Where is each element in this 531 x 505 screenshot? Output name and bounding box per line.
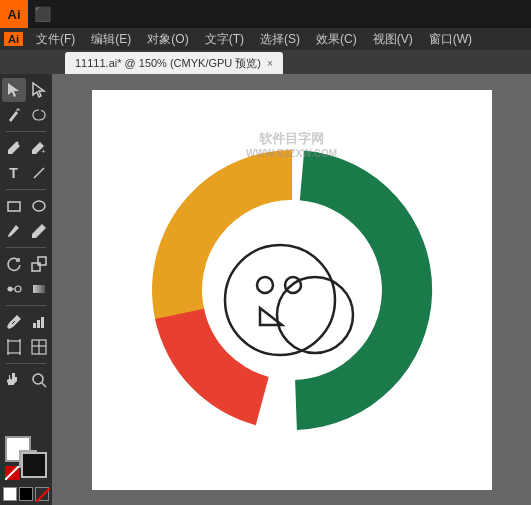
svg-rect-10 bbox=[38, 257, 46, 265]
svg-point-27 bbox=[33, 374, 43, 384]
tool-row-1 bbox=[0, 78, 52, 102]
tool-row-2 bbox=[0, 103, 52, 127]
menu-bar: Ai 文件(F) 编辑(E) 对象(O) 文字(T) 选择(S) 效果(C) 视… bbox=[0, 28, 531, 50]
tool-row-7 bbox=[0, 252, 52, 276]
tool-row-6 bbox=[0, 219, 52, 243]
svg-marker-0 bbox=[8, 83, 19, 97]
separator-3 bbox=[6, 247, 46, 248]
menu-object[interactable]: 对象(O) bbox=[140, 28, 195, 50]
tool-row-5 bbox=[0, 194, 52, 218]
donut-chart-svg bbox=[132, 130, 452, 450]
svg-rect-16 bbox=[33, 323, 36, 328]
none-swatch[interactable] bbox=[35, 487, 49, 501]
stroke-color-box[interactable] bbox=[21, 452, 47, 478]
svg-point-12 bbox=[15, 286, 21, 292]
separator-1 bbox=[6, 131, 46, 132]
svg-rect-9 bbox=[32, 263, 40, 271]
svg-marker-1 bbox=[33, 83, 44, 97]
rectangle-tool[interactable] bbox=[2, 194, 26, 218]
ai-logo-small: Ai bbox=[4, 32, 23, 46]
title-bar: Ai ⬛ bbox=[0, 0, 531, 28]
lasso-tool[interactable] bbox=[27, 103, 51, 127]
magic-wand-tool[interactable] bbox=[2, 103, 26, 127]
add-anchor-tool[interactable]: + bbox=[27, 136, 51, 160]
pen-tool[interactable] bbox=[2, 136, 26, 160]
white-swatch[interactable] bbox=[3, 487, 17, 501]
svg-rect-17 bbox=[37, 320, 40, 328]
svg-rect-14 bbox=[33, 285, 45, 293]
tool-row-4: T bbox=[0, 161, 52, 185]
small-swatches bbox=[3, 487, 49, 501]
direct-selection-tool[interactable] bbox=[27, 78, 51, 102]
artboard-tool[interactable] bbox=[2, 335, 26, 359]
svg-rect-7 bbox=[8, 202, 20, 211]
menu-file[interactable]: 文件(F) bbox=[29, 28, 82, 50]
gradient-tool[interactable] bbox=[27, 277, 51, 301]
separator-4 bbox=[6, 305, 46, 306]
eyedropper-tool[interactable] bbox=[2, 310, 26, 334]
svg-line-6 bbox=[34, 168, 44, 178]
pencil-tool[interactable] bbox=[27, 219, 51, 243]
tab-bar: 11111.ai* @ 150% (CMYK/GPU 预览) × bbox=[0, 50, 531, 74]
menu-select[interactable]: 选择(S) bbox=[253, 28, 307, 50]
bar-graph-tool[interactable] bbox=[27, 310, 51, 334]
selection-tool[interactable] bbox=[2, 78, 26, 102]
rotate-tool[interactable] bbox=[2, 252, 26, 276]
slice-tool[interactable] bbox=[27, 335, 51, 359]
paintbrush-tool[interactable] bbox=[2, 219, 26, 243]
separator-5 bbox=[6, 363, 46, 364]
svg-line-31 bbox=[36, 488, 50, 502]
menu-window[interactable]: 窗口(W) bbox=[422, 28, 479, 50]
ellipse-tool[interactable] bbox=[27, 194, 51, 218]
svg-rect-19 bbox=[8, 341, 20, 353]
menu-view[interactable]: 视图(V) bbox=[366, 28, 420, 50]
tool-row-9 bbox=[0, 310, 52, 334]
red-arc bbox=[155, 308, 269, 425]
svg-point-11 bbox=[8, 287, 12, 291]
svg-rect-18 bbox=[41, 317, 44, 328]
black-swatch[interactable] bbox=[19, 487, 33, 501]
window-controls-icon: ⬛ bbox=[34, 6, 51, 22]
menu-text[interactable]: 文字(T) bbox=[198, 28, 251, 50]
tool-row-11 bbox=[0, 368, 52, 392]
hand-tool[interactable] bbox=[2, 368, 26, 392]
type-icon: T bbox=[9, 165, 18, 181]
svg-text:+: + bbox=[41, 147, 46, 156]
svg-line-28 bbox=[42, 383, 46, 387]
tool-row-8 bbox=[0, 277, 52, 301]
blend-tool[interactable] bbox=[2, 277, 26, 301]
tool-row-10 bbox=[0, 335, 52, 359]
document-tab[interactable]: 11111.ai* @ 150% (CMYK/GPU 预览) × bbox=[65, 52, 283, 74]
tool-row-3: + bbox=[0, 136, 52, 160]
chart-container bbox=[132, 130, 452, 450]
type-tool[interactable]: T bbox=[2, 161, 26, 185]
svg-point-4 bbox=[15, 142, 18, 145]
separator-2 bbox=[6, 189, 46, 190]
none-indicator bbox=[5, 466, 19, 480]
left-toolbar: + T bbox=[0, 74, 52, 505]
tab-close-button[interactable]: × bbox=[267, 58, 273, 69]
color-boxes bbox=[5, 436, 47, 478]
menu-effect[interactable]: 效果(C) bbox=[309, 28, 364, 50]
scale-tool[interactable] bbox=[27, 252, 51, 276]
main-area: + T bbox=[0, 74, 531, 505]
menu-edit[interactable]: 编辑(E) bbox=[84, 28, 138, 50]
svg-point-8 bbox=[33, 201, 45, 211]
artboard: 软件目字网 WWW.RJZXW.COM bbox=[92, 90, 492, 490]
orange-arc bbox=[152, 150, 292, 326]
zoom-tool[interactable] bbox=[27, 368, 51, 392]
tab-label: 11111.ai* @ 150% (CMYK/GPU 预览) bbox=[75, 56, 261, 71]
left-eye bbox=[257, 277, 273, 293]
green-arc bbox=[295, 150, 432, 429]
ai-logo: Ai bbox=[0, 0, 28, 28]
line-tool[interactable] bbox=[27, 161, 51, 185]
canvas-area: 软件目字网 WWW.RJZXW.COM bbox=[52, 74, 531, 505]
